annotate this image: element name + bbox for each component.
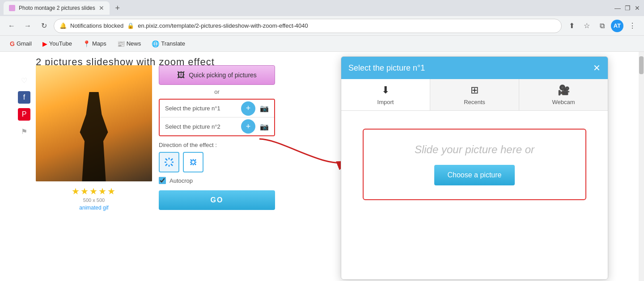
bookmark-button[interactable]: ☆ bbox=[580, 20, 593, 32]
back-button[interactable]: ← bbox=[5, 20, 18, 32]
picture2-camera-button[interactable]: 📷 bbox=[257, 119, 271, 134]
news-icon: 📰 bbox=[117, 40, 125, 47]
dialog-body: Slide your picture here or Choose a pict… bbox=[341, 111, 608, 209]
svg-line-7 bbox=[165, 164, 167, 166]
svg-line-9 bbox=[194, 163, 196, 165]
page-content: 2 pictures slideshow with zoom effect ♡ … bbox=[0, 52, 644, 281]
tab-close-button[interactable]: ✕ bbox=[99, 4, 104, 12]
go-button[interactable]: GO bbox=[159, 190, 275, 210]
url-text: en.pixiz.com/template/2-pictures-slidesh… bbox=[138, 22, 556, 29]
split-button[interactable]: ⧉ bbox=[596, 20, 608, 32]
tab-recents[interactable]: ⊞ Recents bbox=[430, 79, 519, 110]
maximize-button[interactable]: ❐ bbox=[624, 5, 631, 11]
silhouette bbox=[78, 92, 110, 181]
webcam-icon: 🎥 bbox=[558, 84, 570, 96]
share-button[interactable]: ⬆ bbox=[565, 20, 578, 32]
title-bar: Photo montage 2 pictures slides ✕ + — ❐ … bbox=[0, 0, 644, 16]
picture1-add-button[interactable]: + bbox=[241, 101, 255, 116]
avatar[interactable]: AT bbox=[611, 20, 623, 32]
picture2-label: Select the picture n°2 bbox=[160, 123, 241, 130]
address-bar-actions: ⬆ ☆ ⧉ AT ⋮ bbox=[565, 20, 639, 32]
direction-label: Direction of the effect : bbox=[159, 142, 275, 148]
translate-icon: 🌐 bbox=[152, 40, 159, 47]
scrollbar[interactable] bbox=[639, 52, 644, 281]
autocrop-label: Autocrop bbox=[169, 177, 193, 184]
dimensions: 500 x 500 bbox=[36, 197, 152, 203]
window-controls: — ❐ ✕ bbox=[614, 5, 640, 11]
bookmark-news[interactable]: 📰 News bbox=[113, 38, 146, 49]
minimize-button[interactable]: — bbox=[614, 5, 621, 11]
drop-area[interactable]: Slide your picture here or Choose a pict… bbox=[363, 129, 586, 200]
recents-icon: ⊞ bbox=[470, 84, 479, 96]
dialog-close-button[interactable]: ✕ bbox=[593, 63, 601, 73]
choose-picture-button[interactable]: Choose a picture bbox=[434, 165, 515, 185]
picture2-add-button[interactable]: + bbox=[241, 119, 255, 134]
quick-pick-icon: 🖼 bbox=[177, 71, 185, 80]
dialog-title: Select the picture n°1 bbox=[348, 63, 425, 73]
drop-text: Slide your picture here or bbox=[415, 143, 534, 156]
svg-line-8 bbox=[191, 159, 192, 161]
bookmark-translate[interactable]: 🌐 Translate bbox=[147, 38, 190, 49]
close-button[interactable]: ✕ bbox=[634, 5, 640, 11]
bookmark-maps[interactable]: 📍 Maps bbox=[78, 38, 111, 49]
animated-gif-link[interactable]: animated gif bbox=[36, 205, 152, 211]
recents-label: Recents bbox=[464, 99, 485, 105]
new-tab-button[interactable]: + bbox=[111, 2, 124, 14]
picture1-row: Select the picture n°1 + 📷 bbox=[160, 100, 274, 117]
pinterest-icon[interactable]: P bbox=[18, 108, 30, 121]
tab-import[interactable]: ⬇ Import bbox=[341, 79, 430, 110]
gmail-icon: G bbox=[10, 40, 15, 47]
scrollbar-thumb[interactable] bbox=[639, 56, 644, 74]
news-label: News bbox=[127, 40, 141, 47]
star-rating: ★★★★★ bbox=[36, 186, 152, 197]
notification-blocked-text: Notifications blocked bbox=[70, 22, 123, 29]
social-sidebar: ♡ f P ⚑ bbox=[18, 74, 30, 138]
bookmark-youtube[interactable]: ▶ YouTube bbox=[38, 38, 76, 49]
gmail-label: Gmail bbox=[17, 40, 32, 47]
tab-favicon bbox=[9, 5, 15, 11]
dialog-tabs: ⬇ Import ⊞ Recents 🎥 Webcam bbox=[341, 79, 608, 111]
svg-line-4 bbox=[165, 159, 167, 160]
tab-title: Photo montage 2 pictures slides bbox=[19, 5, 95, 11]
heart-icon[interactable]: ♡ bbox=[18, 74, 30, 87]
bookmarks-bar: G Gmail ▶ YouTube 📍 Maps 📰 News 🌐 Transl… bbox=[0, 36, 644, 52]
flag-icon[interactable]: ⚑ bbox=[18, 125, 30, 138]
forward-button[interactable]: → bbox=[21, 20, 34, 32]
quick-pick-button[interactable]: 🖼 Quick picking of pictures bbox=[159, 65, 275, 85]
youtube-icon: ▶ bbox=[42, 40, 47, 47]
import-icon: ⬇ bbox=[381, 84, 390, 96]
svg-line-10 bbox=[194, 159, 196, 161]
svg-line-6 bbox=[171, 159, 173, 160]
preview-image-inner bbox=[36, 65, 152, 181]
controls-panel: 🖼 Quick picking of pictures or Select th… bbox=[159, 65, 275, 210]
picture2-row: Select the picture n°2 + 📷 bbox=[160, 117, 274, 135]
active-tab[interactable]: Photo montage 2 pictures slides ✕ bbox=[4, 1, 110, 15]
menu-button[interactable]: ⋮ bbox=[626, 20, 639, 32]
tab-webcam[interactable]: 🎥 Webcam bbox=[519, 79, 608, 110]
dialog: Select the picture n°1 ✕ ⬇ Import ⊞ Rece… bbox=[341, 56, 608, 280]
autocrop-row: Autocrop bbox=[159, 177, 275, 184]
direction-zoom-out[interactable] bbox=[183, 152, 203, 172]
refresh-button[interactable]: ↻ bbox=[38, 20, 50, 32]
picture-select-group: Select the picture n°1 + 📷 Select the pi… bbox=[159, 99, 275, 136]
bookmark-gmail[interactable]: G Gmail bbox=[5, 38, 36, 49]
svg-line-5 bbox=[171, 164, 173, 166]
svg-line-11 bbox=[191, 163, 192, 165]
direction-zoom-in[interactable] bbox=[159, 152, 179, 172]
quick-pick-label: Quick picking of pictures bbox=[189, 71, 257, 79]
or-divider: or bbox=[159, 88, 275, 95]
preview-info: ★★★★★ 500 x 500 animated gif bbox=[36, 186, 152, 211]
picture1-label: Select the picture n°1 bbox=[160, 105, 241, 112]
lock-icon: 🔒 bbox=[127, 22, 134, 29]
dialog-header: Select the picture n°1 ✕ bbox=[341, 57, 608, 79]
facebook-icon[interactable]: f bbox=[18, 91, 30, 104]
picture1-camera-button[interactable]: 📷 bbox=[257, 101, 271, 116]
notification-blocked-icon: 🔔 bbox=[59, 22, 67, 29]
maps-icon: 📍 bbox=[83, 40, 90, 47]
maps-label: Maps bbox=[92, 40, 106, 47]
address-bar: ← → ↻ 🔔 Notifications blocked 🔒 en.pixiz… bbox=[0, 16, 644, 36]
direction-options bbox=[159, 152, 275, 172]
youtube-label: YouTube bbox=[49, 40, 72, 47]
url-bar[interactable]: 🔔 Notifications blocked 🔒 en.pixiz.com/t… bbox=[54, 19, 562, 33]
autocrop-checkbox[interactable] bbox=[159, 177, 166, 184]
